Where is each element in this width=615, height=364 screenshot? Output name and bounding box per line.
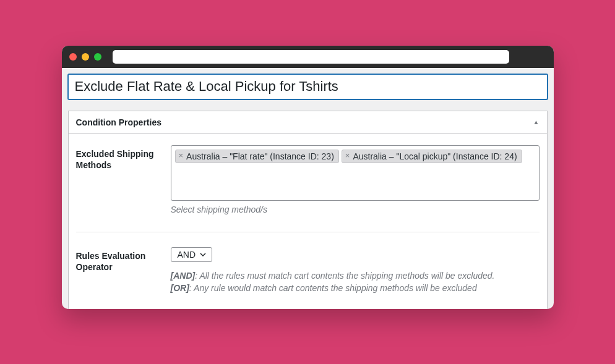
titlebar bbox=[62, 46, 554, 68]
collapse-icon: ▲ bbox=[533, 119, 540, 125]
panel-title: Condition Properties bbox=[76, 117, 161, 127]
condition-properties-panel: Condition Properties ▲ Excluded Shipping… bbox=[68, 111, 548, 310]
condition-properties-header[interactable]: Condition Properties ▲ bbox=[69, 111, 547, 134]
excluded-shipping-select[interactable]: × Australia – "Flat rate" (Instance ID: … bbox=[171, 145, 540, 201]
rules-operator-description: [AND]: All the rules must match cart con… bbox=[171, 269, 540, 295]
panel-body: Excluded Shipping Methods × Australia – … bbox=[69, 134, 547, 310]
close-window-button[interactable] bbox=[69, 53, 77, 61]
remove-tag-icon[interactable]: × bbox=[343, 151, 352, 161]
excluded-shipping-field: × Australia – "Flat rate" (Instance ID: … bbox=[171, 145, 540, 214]
rules-operator-field: AND [AND]: All the rules must match cart… bbox=[171, 247, 540, 295]
rules-operator-row: Rules Evaluation Operator AND [AND]: All… bbox=[76, 232, 540, 295]
excluded-shipping-label: Excluded Shipping Methods bbox=[76, 145, 160, 214]
browser-window: Condition Properties ▲ Excluded Shipping… bbox=[62, 46, 554, 309]
excluded-shipping-row: Excluded Shipping Methods × Australia – … bbox=[76, 145, 540, 214]
remove-tag-icon[interactable]: × bbox=[177, 151, 186, 161]
page-content: Condition Properties ▲ Excluded Shipping… bbox=[62, 68, 554, 309]
rules-operator-value: AND bbox=[178, 250, 196, 260]
tag-label: Australia – "Local pickup" (Instance ID:… bbox=[353, 151, 517, 162]
or-text: : Any rule would match cart contents the… bbox=[189, 283, 477, 293]
url-bar[interactable] bbox=[113, 50, 509, 64]
tag-label: Australia – "Flat rate" (Instance ID: 23… bbox=[186, 151, 334, 162]
maximize-window-button[interactable] bbox=[94, 53, 101, 61]
minimize-window-button[interactable] bbox=[82, 53, 89, 61]
or-prefix: [OR] bbox=[171, 283, 189, 293]
and-prefix: [AND] bbox=[171, 271, 196, 281]
chevron-down-icon bbox=[199, 251, 207, 258]
rules-operator-label: Rules Evaluation Operator bbox=[76, 247, 160, 295]
window-controls bbox=[69, 53, 101, 61]
shipping-method-tag: × Australia – "Local pickup" (Instance I… bbox=[342, 150, 522, 163]
and-text: : All the rules must match cart contents… bbox=[195, 271, 494, 281]
rules-operator-select[interactable]: AND bbox=[171, 247, 213, 262]
shipping-method-tag: × Australia – "Flat rate" (Instance ID: … bbox=[175, 150, 339, 163]
excluded-shipping-hint: Select shipping method/s bbox=[171, 205, 540, 214]
post-title-input[interactable] bbox=[68, 74, 548, 99]
